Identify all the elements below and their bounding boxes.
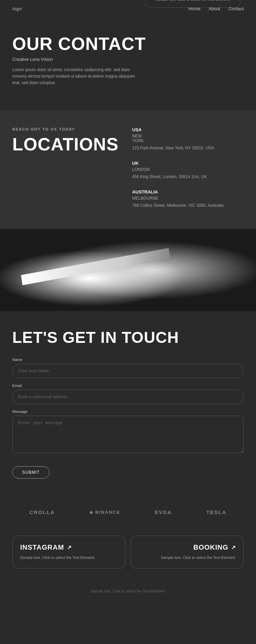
brand-tesla: TESLA [206, 509, 226, 515]
location-usa-country: USA [132, 127, 244, 132]
contact-form: Name Email Message SUBMIT [12, 358, 244, 479]
image-inner [0, 229, 256, 311]
location-usa: USA NEWYORK 123 Park Avenue, New York, N… [132, 127, 244, 151]
hero-image [0, 229, 256, 311]
footer: Sample text. Click to select the Text El… [0, 581, 256, 603]
instagram-card-label: INSTAGRAM [20, 544, 64, 551]
locations-section: REACH OUT TO US TODAY LOCATIONS USA NEWY… [0, 110, 256, 229]
name-input[interactable] [12, 364, 244, 378]
contact-subtitle: Creative Lens Vision [12, 57, 244, 62]
locations-left: REACH OUT TO US TODAY LOCATIONS [12, 127, 118, 209]
booking-card-text: Sample text. Click to select the Text El… [139, 555, 236, 561]
page-title: OUR CONTACT [12, 35, 244, 53]
locations-heading: LOCATIONS [12, 135, 118, 153]
location-uk-address: 456 King Street, London, SW1A 1AA, UK [132, 174, 244, 180]
contact-description: Lorem ipsum dolor sit amet, consetetur s… [12, 67, 142, 86]
footer-sample-text: Sample text. Click to select the Text El… [90, 589, 166, 593]
location-australia-country: AUSTRALIA [132, 189, 244, 194]
cards-section: INSTAGRAM ↗ Sample text. Click to select… [0, 529, 256, 581]
instagram-card[interactable]: INSTAGRAM ↗ Sample text. Click to select… [12, 536, 125, 568]
brand-crolla: CROLLA [29, 509, 55, 515]
nav-link-home[interactable]: Home [189, 6, 201, 11]
location-usa-address: 123 Park Avenue, New York, NY 10010, USA [132, 145, 244, 151]
message-textarea[interactable] [12, 416, 244, 453]
instagram-card-arrow: ↗ [67, 544, 72, 551]
email-label: Email [12, 384, 244, 388]
contact-form-heading: LET'S GET IN TOUCH [12, 328, 244, 347]
booking-card[interactable]: BOOKING ↗ Sample text. Click to select t… [131, 536, 244, 568]
booking-card-arrow: ↗ [231, 544, 236, 551]
submit-button[interactable]: SUBMIT [12, 466, 49, 479]
brands-section: CROLLA ◈ BINANCE EVGA TESLA [0, 496, 256, 529]
knife-shape [20, 239, 184, 294]
message-group: Message [12, 410, 244, 455]
reach-label: REACH OUT TO US TODAY [12, 127, 118, 131]
location-uk-country: UK [132, 161, 244, 166]
logo: logo [12, 6, 22, 11]
booking-card-label: BOOKING [193, 544, 228, 551]
message-label: Message [12, 410, 244, 414]
instagram-card-title: INSTAGRAM ↗ [20, 544, 117, 551]
contact-header: f ✕ 📷 Sample text. Click to select the T… [0, 17, 256, 110]
name-label: Name [12, 358, 244, 362]
email-group: Email [12, 384, 244, 404]
brand-binance: ◈ BINANCE [89, 510, 120, 515]
name-group: Name [12, 358, 244, 378]
location-uk-city: LONDON [132, 167, 244, 172]
location-australia-address: 789 Collins Street, Melbourne, VIC 3000,… [132, 202, 244, 209]
instagram-card-text: Sample text. Click to select the Text El… [20, 555, 117, 561]
locations-right: USA NEWYORK 123 Park Avenue, New York, N… [132, 127, 244, 209]
brand-evga: EVGA [155, 509, 172, 515]
knife-blade [20, 246, 171, 287]
location-australia-city: MELBOURNE [132, 196, 244, 201]
nav-link-contact[interactable]: Contact [228, 6, 244, 11]
nav-link-about[interactable]: About [209, 6, 220, 11]
social-sample-text: Sample text. Click to select the Text El… [155, 0, 230, 1]
email-input[interactable] [12, 390, 244, 404]
location-australia: AUSTRALIA MELBOURNE 789 Collins Street, … [132, 189, 244, 209]
location-usa-city: NEWYORK [132, 134, 244, 143]
location-uk: UK LONDON 456 King Street, London, SW1A … [132, 161, 244, 180]
booking-card-title: BOOKING ↗ [139, 544, 236, 551]
nav-links: Home About Contact [189, 6, 244, 11]
contact-form-section: LET'S GET IN TOUCH Name Email Message SU… [0, 311, 256, 496]
